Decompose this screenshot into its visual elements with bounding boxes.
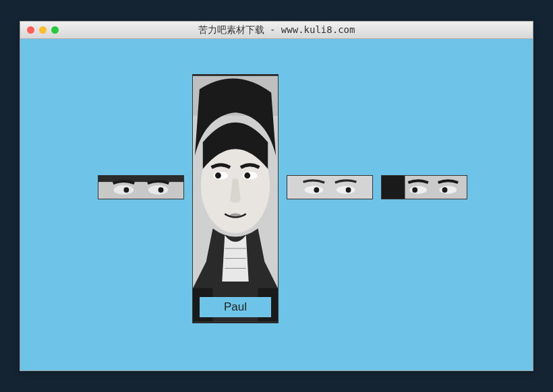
svg-point-12	[244, 172, 250, 178]
gallery-item-ringo[interactable]	[287, 175, 373, 199]
traffic-lights	[20, 26, 59, 34]
svg-point-26	[442, 187, 448, 193]
svg-rect-22	[382, 176, 405, 199]
photo-full	[193, 75, 278, 323]
svg-rect-16	[287, 176, 372, 199]
browser-window: 苦力吧素材下载 - www.kuli8.com	[20, 21, 533, 371]
gallery-item-paul[interactable]: Paul	[192, 74, 279, 323]
titlebar: 苦力吧素材下载 - www.kuli8.com	[20, 22, 533, 39]
image-gallery: Paul	[98, 74, 467, 323]
gallery-item-john[interactable]	[381, 175, 467, 199]
minimize-button[interactable]	[39, 26, 47, 34]
svg-point-13	[230, 214, 241, 218]
content-area: Paul	[20, 39, 533, 370]
svg-point-24	[440, 186, 457, 194]
svg-point-5	[158, 187, 164, 193]
svg-point-19	[314, 187, 319, 193]
svg-point-23	[409, 186, 427, 194]
svg-rect-1	[98, 176, 183, 182]
svg-point-20	[346, 187, 351, 193]
close-button[interactable]	[27, 26, 34, 34]
svg-point-25	[412, 187, 417, 193]
photo-thumbnail	[382, 176, 467, 199]
svg-point-4	[123, 187, 129, 193]
photo-thumbnail	[98, 176, 183, 199]
caption-label: Paul	[200, 297, 271, 317]
gallery-item-george[interactable]	[98, 175, 184, 199]
window-title: 苦力吧素材下载 - www.kuli8.com	[20, 24, 533, 36]
svg-point-11	[215, 172, 221, 178]
maximize-button[interactable]	[51, 26, 59, 34]
photo-thumbnail	[287, 176, 372, 199]
